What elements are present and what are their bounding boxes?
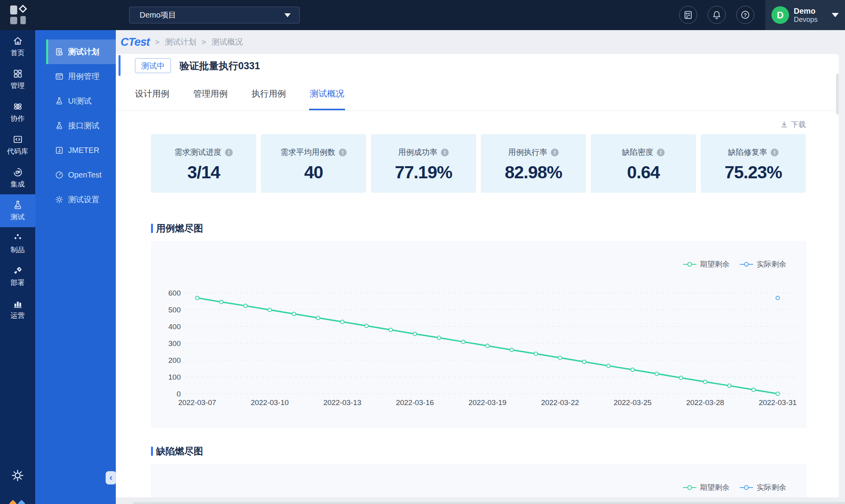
svg-text:?: ? bbox=[744, 12, 747, 18]
test-plan-icon bbox=[55, 47, 64, 56]
title-accent-bar bbox=[119, 55, 120, 76]
logo-shape bbox=[10, 5, 17, 14]
flask-icon bbox=[55, 121, 64, 130]
rail-item-deploy[interactable]: 部署 bbox=[0, 260, 35, 293]
artifacts-icon bbox=[13, 233, 23, 243]
info-icon[interactable]: ! bbox=[339, 149, 347, 156]
rail-item-operations[interactable]: 运营 bbox=[0, 293, 35, 326]
rail-item-artifacts[interactable]: 制品 bbox=[0, 227, 35, 260]
svg-text:2022-03-31: 2022-03-31 bbox=[759, 398, 796, 407]
gear-icon bbox=[11, 469, 24, 482]
actual-series-marker bbox=[740, 485, 753, 490]
chart-legend: 期望剩余 实际剩余 bbox=[683, 482, 786, 493]
flask-icon bbox=[13, 200, 23, 210]
rocket-icon bbox=[13, 265, 23, 276]
ctest-logo[interactable]: CTest bbox=[120, 36, 150, 48]
help-icon: ? bbox=[740, 10, 750, 20]
stat-card-success-rate: 用例成功率! 77.19% bbox=[371, 134, 476, 193]
case-manage-icon bbox=[55, 72, 64, 81]
sidebar-item-ui-test[interactable]: UI测试 bbox=[35, 89, 116, 113]
survey-button[interactable] bbox=[679, 6, 697, 24]
breadcrumb-item-test-plan[interactable]: 测试计划 bbox=[165, 37, 196, 47]
legend-item-expected[interactable]: 期望剩余 bbox=[683, 482, 730, 493]
page-gutter bbox=[839, 30, 845, 497]
help-button[interactable]: ? bbox=[736, 6, 754, 24]
svg-text:2022-03-16: 2022-03-16 bbox=[396, 398, 434, 407]
home-icon bbox=[13, 36, 23, 46]
svg-text:2022-03-22: 2022-03-22 bbox=[541, 398, 579, 407]
bell-icon bbox=[712, 10, 722, 20]
legend-item-actual[interactable]: 实际剩余 bbox=[740, 482, 786, 493]
top-bar: Demo项目 ? D Demo bbox=[0, 0, 845, 30]
sidebar-item-jmeter[interactable]: J JMETER bbox=[35, 138, 116, 163]
logo-shape bbox=[10, 17, 17, 24]
stat-card-avg-cases: 需求平均用例数! 40 bbox=[261, 134, 366, 193]
svg-text:100: 100 bbox=[168, 373, 181, 381]
rail-item-test[interactable]: 测试 bbox=[0, 194, 35, 227]
grid-icon bbox=[13, 68, 23, 79]
user-org: Devops bbox=[794, 16, 818, 24]
info-icon[interactable]: ! bbox=[441, 149, 449, 156]
rail-item-home[interactable]: 首页 bbox=[0, 30, 35, 63]
collaboration-icon bbox=[13, 101, 23, 112]
info-icon[interactable]: ! bbox=[657, 149, 665, 156]
app-logo[interactable] bbox=[10, 5, 29, 26]
stat-card-defect-fix-rate: 缺陷修复率! 75.23% bbox=[701, 134, 806, 193]
sidebar-collapse-button[interactable]: ‹ bbox=[106, 471, 116, 484]
expected-series-marker bbox=[683, 485, 696, 490]
sidebar-item-case-manage[interactable]: 用例管理 bbox=[35, 64, 116, 89]
info-icon[interactable]: ! bbox=[551, 149, 559, 156]
bar-chart-icon bbox=[13, 298, 23, 309]
settings-button[interactable] bbox=[0, 469, 35, 482]
stat-card-progress: 需求测试进度! 3/14 bbox=[151, 134, 256, 193]
sidebar-item-test-plan[interactable]: 测试计划 bbox=[46, 39, 116, 64]
horizontal-scrollbar[interactable] bbox=[133, 502, 845, 504]
legend-item-expected[interactable]: 期望剩余 bbox=[683, 259, 730, 269]
svg-text:2022-03-25: 2022-03-25 bbox=[613, 398, 651, 407]
tab-execute-cases[interactable]: 执行用例 bbox=[252, 77, 286, 110]
sidebar-item-test-settings[interactable]: 测试设置 bbox=[35, 187, 116, 212]
svg-text:200: 200 bbox=[168, 356, 181, 364]
stat-value: 75.23% bbox=[701, 162, 806, 183]
overview-body: 下载 需求测试进度! 3/14 需求平均用例数! 40 用例成功率! 77.19… bbox=[116, 111, 839, 497]
vertical-scrollbar[interactable] bbox=[836, 74, 839, 115]
user-menu[interactable]: D Demo Devops bbox=[765, 0, 845, 30]
main-content: CTest > 测试计划 > 测试概况 测试中 验证批量执行0331 设计用例 … bbox=[116, 30, 845, 504]
download-link[interactable]: 下载 bbox=[151, 116, 806, 133]
gear-icon bbox=[55, 195, 64, 204]
gauge-icon bbox=[55, 170, 64, 179]
status-badge: 测试中 bbox=[135, 58, 171, 73]
rail-item-manage[interactable]: 管理 bbox=[0, 63, 35, 96]
plan-tabs: 设计用例 管理用例 执行用例 测试概况 bbox=[116, 77, 839, 111]
stat-value: 40 bbox=[261, 162, 366, 183]
sidebar-item-opentest[interactable]: OpenTest bbox=[35, 163, 116, 187]
rail-item-code-repo[interactable]: 代码库 bbox=[0, 129, 35, 161]
integration-icon bbox=[13, 167, 23, 178]
rail-item-integration[interactable]: 集成 bbox=[0, 161, 35, 194]
logo-diamond bbox=[19, 5, 27, 13]
chevron-down-icon bbox=[284, 13, 291, 17]
workspace-logo[interactable] bbox=[9, 500, 26, 504]
flask-icon bbox=[55, 97, 64, 106]
breadcrumb-item-test-overview[interactable]: 测试概况 bbox=[212, 37, 243, 47]
tab-test-overview[interactable]: 测试概况 bbox=[310, 77, 344, 110]
defect-burndown-chart: 期望剩余 实际剩余 bbox=[151, 464, 807, 497]
stat-value: 82.98% bbox=[481, 162, 586, 183]
info-icon[interactable]: ! bbox=[771, 149, 778, 156]
section-title-defect-burndown: 缺陷燃尽图 bbox=[151, 446, 806, 457]
code-repo-icon bbox=[13, 134, 23, 145]
rail-item-collaboration[interactable]: 协作 bbox=[0, 96, 35, 129]
project-selector-dropdown[interactable]: Demo项目 bbox=[129, 7, 300, 23]
svg-text:600: 600 bbox=[168, 289, 181, 297]
notifications-button[interactable] bbox=[708, 6, 726, 24]
sidebar-item-api-test[interactable]: 接口测试 bbox=[35, 113, 116, 138]
info-icon[interactable]: ! bbox=[225, 149, 233, 156]
stat-value: 0.64 bbox=[591, 162, 696, 183]
tab-design-cases[interactable]: 设计用例 bbox=[135, 77, 169, 110]
actual-series-marker bbox=[740, 262, 753, 267]
svg-text:0: 0 bbox=[176, 390, 181, 398]
legend-item-actual[interactable]: 实际剩余 bbox=[740, 259, 786, 269]
tab-manage-cases[interactable]: 管理用例 bbox=[193, 77, 228, 110]
avatar: D bbox=[771, 6, 789, 24]
download-icon bbox=[780, 121, 788, 128]
